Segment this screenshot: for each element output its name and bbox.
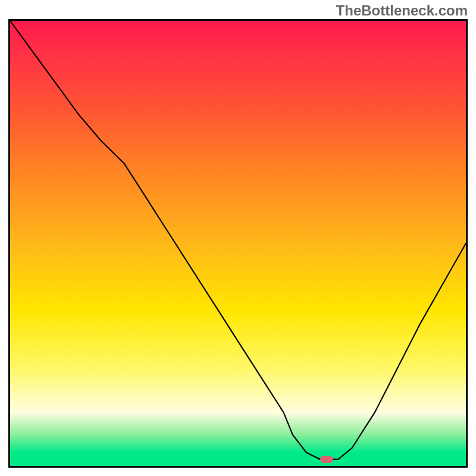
chart-container: TheBottleneck.com: [0, 0, 476, 476]
bottleneck-curve: [10, 21, 466, 466]
optimal-marker: [320, 456, 333, 463]
watermark-text: TheBottleneck.com: [336, 2, 468, 19]
plot-area: [8, 19, 468, 468]
